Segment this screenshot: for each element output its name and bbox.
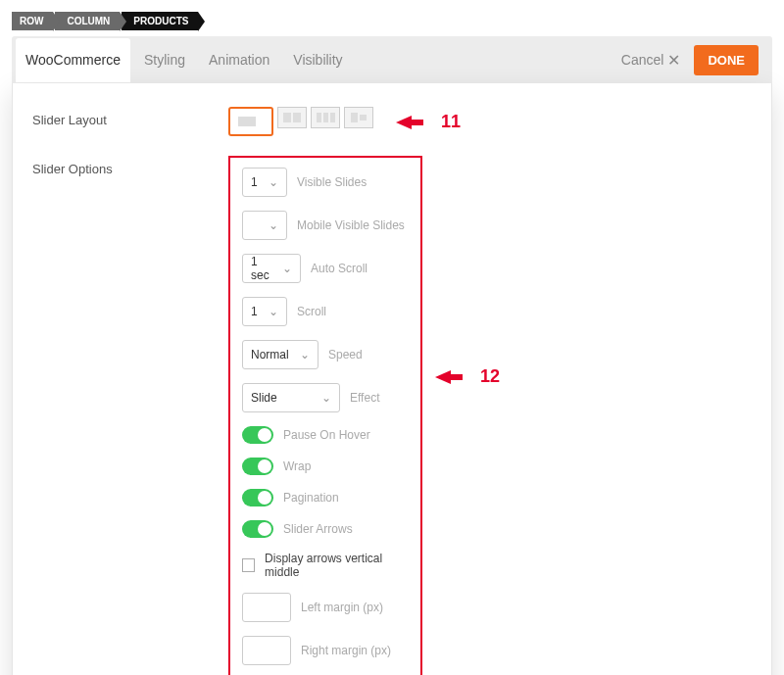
tab-woocommerce[interactable]: WooCommerce bbox=[16, 38, 130, 82]
tab-visibility[interactable]: Visibility bbox=[293, 38, 342, 81]
annotation-11: 11 bbox=[396, 112, 461, 132]
effect-label: Effect bbox=[350, 391, 379, 405]
slider-layout-label: Slider Layout bbox=[32, 107, 228, 136]
tab-styling[interactable]: Styling bbox=[144, 38, 185, 81]
layout-option-1[interactable] bbox=[228, 107, 273, 136]
mobile-visible-select[interactable]: ⌄ bbox=[242, 211, 287, 240]
scroll-label: Scroll bbox=[297, 305, 326, 318]
mobile-visible-label: Mobile Visible Slides bbox=[297, 218, 405, 232]
effect-select[interactable]: Slide⌄ bbox=[242, 383, 340, 412]
crumb-row[interactable]: ROW bbox=[12, 12, 53, 30]
pagination-label: Pagination bbox=[283, 491, 339, 505]
close-icon: ✕ bbox=[667, 51, 680, 70]
auto-scroll-label: Auto Scroll bbox=[311, 262, 368, 275]
slider-options-label: Slider Options bbox=[32, 156, 228, 675]
arrow-left-icon bbox=[396, 116, 412, 129]
display-arrows-checkbox[interactable] bbox=[242, 558, 255, 572]
chevron-down-icon: ⌄ bbox=[282, 262, 292, 275]
crumb-products[interactable]: PRODUCTS bbox=[122, 12, 198, 30]
scroll-select[interactable]: 1⌄ bbox=[242, 297, 287, 326]
speed-select[interactable]: Normal⌄ bbox=[242, 340, 318, 369]
arrow-left-icon bbox=[435, 370, 451, 384]
layout-option-4[interactable] bbox=[344, 107, 373, 128]
pause-on-hover-label: Pause On Hover bbox=[283, 428, 370, 442]
tab-animation[interactable]: Animation bbox=[209, 38, 270, 81]
wrap-toggle[interactable] bbox=[242, 458, 273, 475]
right-margin-label: Right margin (px) bbox=[301, 644, 391, 657]
slider-options-highlight: 1⌄ Visible Slides ⌄ Mobile Visible Slide… bbox=[228, 156, 422, 675]
chevron-down-icon: ⌄ bbox=[269, 175, 278, 189]
done-button[interactable]: DONE bbox=[694, 45, 759, 75]
slider-arrows-toggle[interactable] bbox=[242, 520, 273, 538]
chevron-down-icon: ⌄ bbox=[321, 391, 331, 405]
slider-layout-options bbox=[228, 107, 752, 136]
settings-panel: Slider Layout Slider Options 1⌄ Visible … bbox=[12, 83, 772, 675]
pause-on-hover-toggle[interactable] bbox=[242, 426, 273, 444]
crumb-column[interactable]: COLUMN bbox=[55, 12, 120, 30]
layout-option-3[interactable] bbox=[311, 107, 340, 128]
wrap-label: Wrap bbox=[283, 459, 311, 473]
chevron-down-icon: ⌄ bbox=[269, 305, 278, 318]
right-margin-input[interactable] bbox=[242, 636, 291, 665]
pagination-toggle[interactable] bbox=[242, 489, 273, 506]
chevron-down-icon: ⌄ bbox=[269, 218, 278, 232]
layout-option-2[interactable] bbox=[277, 107, 307, 128]
cancel-button[interactable]: Cancel✕ bbox=[621, 51, 681, 70]
header-bar: WooCommerce Styling Animation Visibility… bbox=[12, 36, 772, 83]
left-margin-label: Left margin (px) bbox=[301, 601, 383, 614]
speed-label: Speed bbox=[328, 348, 363, 362]
visible-slides-label: Visible Slides bbox=[297, 175, 367, 189]
auto-scroll-select[interactable]: 1 sec⌄ bbox=[242, 254, 301, 283]
chevron-down-icon: ⌄ bbox=[300, 348, 310, 362]
slider-arrows-label: Slider Arrows bbox=[283, 522, 353, 536]
display-arrows-label: Display arrows vertical middle bbox=[265, 552, 409, 579]
breadcrumb: ROW COLUMN PRODUCTS bbox=[12, 12, 772, 30]
annotation-12: 12 bbox=[435, 366, 500, 387]
left-margin-input[interactable] bbox=[242, 593, 291, 622]
visible-slides-select[interactable]: 1⌄ bbox=[242, 168, 287, 197]
